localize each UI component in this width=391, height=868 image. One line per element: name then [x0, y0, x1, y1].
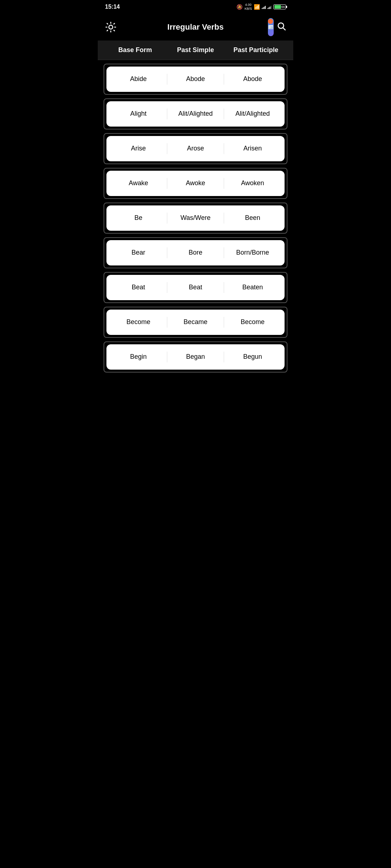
- base-form-cell: Bear: [110, 249, 167, 256]
- past-participle-cell: Become: [224, 318, 281, 326]
- past-participle-header: Past Participle: [226, 46, 286, 54]
- svg-rect-10: [269, 25, 273, 26]
- base-form-cell: Become: [110, 318, 167, 326]
- base-form-cell: Beat: [110, 284, 167, 291]
- wifi-icon: 📶: [254, 4, 260, 10]
- past-simple-cell: Became: [167, 318, 224, 326]
- quiz-app-icon[interactable]: [268, 18, 274, 36]
- status-time: 15:14: [105, 4, 120, 10]
- verb-row-container[interactable]: AriseAroseArisen: [104, 133, 287, 164]
- past-simple-cell: Was/Were: [167, 214, 224, 222]
- past-participle-cell: Arisen: [224, 145, 281, 152]
- past-simple-cell: Arose: [167, 145, 224, 152]
- verb-row: AbideAbodeAbode: [106, 67, 285, 92]
- battery-indicator: 66: [273, 4, 286, 9]
- svg-rect-13: [269, 28, 270, 28]
- notification-bell-icon: 🔕: [236, 4, 243, 10]
- app-header: Irregular Verbs: [98, 14, 293, 41]
- verb-row-container[interactable]: AbideAbodeAbode: [104, 64, 287, 95]
- verb-row-container[interactable]: AlightAlit/AlightedAlit/Alighted: [104, 98, 287, 129]
- past-participle-cell: Begun: [224, 353, 281, 361]
- verb-row: BeginBeganBegun: [106, 344, 285, 370]
- past-simple-cell: Bore: [167, 249, 224, 256]
- verbs-list: AbideAbodeAbodeAlightAlit/AlightedAlit/A…: [98, 60, 293, 376]
- past-simple-cell: Began: [167, 353, 224, 361]
- verb-row-container[interactable]: AwakeAwokeAwoken: [104, 168, 287, 199]
- brightness-icon[interactable]: [105, 21, 117, 33]
- svg-point-0: [109, 25, 113, 29]
- base-form-cell: Begin: [110, 353, 167, 361]
- past-simple-cell: Alit/Alighted: [167, 110, 224, 118]
- past-participle-cell: Beaten: [224, 284, 281, 291]
- verb-row: BecomeBecameBecome: [106, 310, 285, 335]
- search-button[interactable]: [277, 21, 286, 33]
- past-simple-cell: Abode: [167, 75, 224, 83]
- svg-rect-12: [269, 27, 271, 27]
- past-simple-cell: Awoke: [167, 179, 224, 187]
- data-rate: 4.00 KB/S: [244, 3, 252, 11]
- verb-row: AriseAroseArisen: [106, 136, 285, 161]
- status-bar: 15:14 🔕 4.00 KB/S 📶 66: [98, 0, 293, 14]
- svg-line-4: [114, 30, 114, 31]
- base-form-header: Base Form: [105, 46, 165, 54]
- base-form-cell: Alight: [110, 110, 167, 118]
- header-left: [105, 21, 123, 33]
- verb-row-container[interactable]: BearBoreBorn/Borne: [104, 237, 287, 268]
- verb-row-container[interactable]: BeWas/WereBeen: [104, 203, 287, 234]
- past-participle-cell: Alit/Alighted: [224, 110, 281, 118]
- quiz-badge: [268, 19, 273, 24]
- past-participle-cell: Abode: [224, 75, 281, 83]
- verb-row: BeatBeatBeaten: [106, 275, 285, 300]
- header-right: [268, 18, 286, 36]
- status-icons: 🔕 4.00 KB/S 📶 66: [236, 3, 286, 11]
- past-participle-cell: Been: [224, 214, 281, 222]
- past-participle-cell: Born/Borne: [224, 249, 281, 256]
- page-title: Irregular Verbs: [123, 22, 268, 32]
- verb-row: AwakeAwokeAwoken: [106, 171, 285, 196]
- base-form-cell: Awake: [110, 179, 167, 187]
- base-form-cell: Arise: [110, 145, 167, 152]
- svg-line-3: [107, 23, 108, 24]
- verb-row-container[interactable]: BecomeBecameBecome: [104, 307, 287, 338]
- verb-row: BearBoreBorn/Borne: [106, 240, 285, 265]
- svg-line-15: [283, 27, 285, 30]
- verb-row-container[interactable]: BeatBeatBeaten: [104, 272, 287, 303]
- verb-row: AlightAlit/AlightedAlit/Alighted: [106, 101, 285, 127]
- base-form-cell: Be: [110, 214, 167, 222]
- svg-line-7: [107, 30, 108, 31]
- signal-bar-1: [262, 5, 266, 9]
- verb-row-container[interactable]: BeginBeganBegun: [104, 341, 287, 373]
- svg-line-8: [114, 23, 114, 24]
- column-headers: Base Form Past Simple Past Participle: [98, 41, 293, 60]
- base-form-cell: Abide: [110, 75, 167, 83]
- past-participle-cell: Awoken: [224, 179, 281, 187]
- svg-rect-11: [269, 26, 270, 27]
- past-simple-cell: Beat: [167, 284, 224, 291]
- signal-bar-2: [268, 5, 272, 9]
- past-simple-header: Past Simple: [165, 46, 226, 54]
- verb-row: BeWas/WereBeen: [106, 205, 285, 231]
